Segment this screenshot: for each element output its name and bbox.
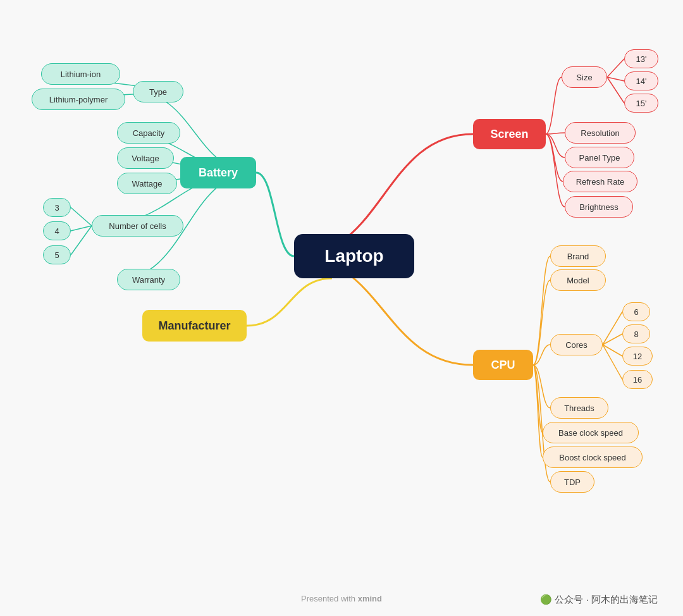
cell-3-label: 3 — [54, 203, 59, 213]
lithium-polymer-node: Lithium-polymer — [32, 89, 125, 110]
footer-right-text: 公众号 · 阿木的出海笔记 — [555, 594, 658, 605]
svg-line-3 — [71, 226, 92, 231]
tdp-node: TDP — [550, 471, 594, 493]
cell-5-label: 5 — [54, 250, 59, 260]
threads-node: Threads — [550, 397, 608, 419]
core-16-node: 16 — [622, 370, 653, 389]
core-6-node: 6 — [622, 302, 650, 321]
brightness-label: Brightness — [579, 202, 618, 212]
resolution-node: Resolution — [565, 122, 636, 144]
voltage-label: Voltage — [132, 154, 159, 163]
battery-node: Battery — [180, 157, 256, 188]
refresh-rate-label: Refresh Rate — [576, 177, 625, 187]
svg-line-5 — [607, 59, 624, 77]
cpu-label: CPU — [491, 359, 515, 372]
svg-line-6 — [607, 77, 624, 81]
footer-text: Presented with — [301, 594, 355, 603]
capacity-node: Capacity — [117, 122, 180, 144]
type-node: Type — [133, 81, 183, 102]
core-6-label: 6 — [634, 307, 638, 317]
size-13-label: 13' — [636, 54, 647, 64]
model-label: Model — [567, 276, 589, 285]
cores-label: Cores — [565, 340, 588, 350]
size-15-node: 15' — [624, 94, 658, 113]
resolution-label: Resolution — [581, 128, 619, 138]
size-15-label: 15' — [636, 99, 647, 108]
cell-4-label: 4 — [54, 226, 59, 236]
model-node: Model — [550, 269, 606, 291]
warranty-node: Warranty — [117, 269, 180, 290]
brightness-node: Brightness — [565, 196, 633, 218]
boost-clock-node: Boost clock speed — [543, 447, 643, 468]
footer-right: 🟢 公众号 · 阿木的出海笔记 — [540, 594, 658, 606]
size-13-node: 13' — [624, 49, 658, 68]
size-14-node: 14' — [624, 71, 658, 90]
cpu-node: CPU — [473, 350, 533, 380]
refresh-rate-node: Refresh Rate — [563, 171, 637, 192]
base-clock-node: Base clock speed — [543, 422, 639, 443]
svg-line-7 — [607, 77, 624, 103]
manufacturer-label: Manufacturer — [158, 319, 230, 333]
core-12-label: 12 — [633, 352, 642, 361]
battery-label: Battery — [199, 166, 238, 180]
footer-bold: xmind — [358, 594, 382, 603]
num-cells-label: Number of cells — [109, 221, 166, 231]
core-12-node: 12 — [622, 347, 653, 366]
lithium-ion-node: Lithium-ion — [41, 63, 120, 85]
svg-line-9 — [603, 334, 622, 345]
tdp-label: TDP — [564, 477, 581, 487]
type-label: Type — [149, 87, 167, 97]
size-label: Size — [576, 73, 592, 82]
panel-type-label: Panel Type — [579, 153, 620, 163]
brand-label: Brand — [567, 252, 589, 261]
voltage-node: Voltage — [117, 147, 174, 169]
boost-clock-label: Boost clock speed — [559, 453, 626, 462]
core-8-node: 8 — [622, 324, 650, 343]
base-clock-label: Base clock speed — [558, 428, 623, 438]
core-16-label: 16 — [633, 375, 642, 385]
cell-5-node: 5 — [43, 245, 71, 264]
brand-node: Brand — [550, 245, 606, 267]
mindmap-canvas: Laptop Battery Type Capacity Voltage Wat… — [0, 0, 683, 616]
warranty-label: Warranty — [132, 275, 165, 285]
central-node: Laptop — [294, 234, 414, 278]
wattage-node: Wattage — [117, 173, 177, 194]
svg-line-8 — [603, 312, 622, 345]
cell-4-node: 4 — [43, 221, 71, 240]
lithium-ion-label: Lithium-ion — [61, 70, 101, 79]
svg-line-11 — [603, 345, 622, 379]
screen-label: Screen — [490, 128, 528, 141]
cores-node: Cores — [550, 334, 603, 355]
threads-label: Threads — [564, 403, 594, 413]
size-node: Size — [562, 66, 607, 88]
svg-line-4 — [71, 226, 92, 255]
capacity-label: Capacity — [133, 128, 165, 138]
panel-type-node: Panel Type — [565, 147, 634, 168]
cell-3-node: 3 — [43, 198, 71, 217]
lithium-polymer-label: Lithium-polymer — [49, 95, 108, 104]
svg-line-10 — [603, 345, 622, 356]
screen-node: Screen — [473, 119, 546, 149]
wechat-icon: 🟢 — [540, 594, 555, 605]
central-label: Laptop — [324, 246, 383, 266]
size-14-label: 14' — [636, 77, 647, 86]
svg-line-2 — [71, 207, 92, 226]
wattage-label: Wattage — [132, 179, 163, 188]
num-cells-node: Number of cells — [92, 215, 183, 237]
core-8-label: 8 — [634, 330, 638, 339]
manufacturer-node: Manufacturer — [142, 310, 247, 342]
